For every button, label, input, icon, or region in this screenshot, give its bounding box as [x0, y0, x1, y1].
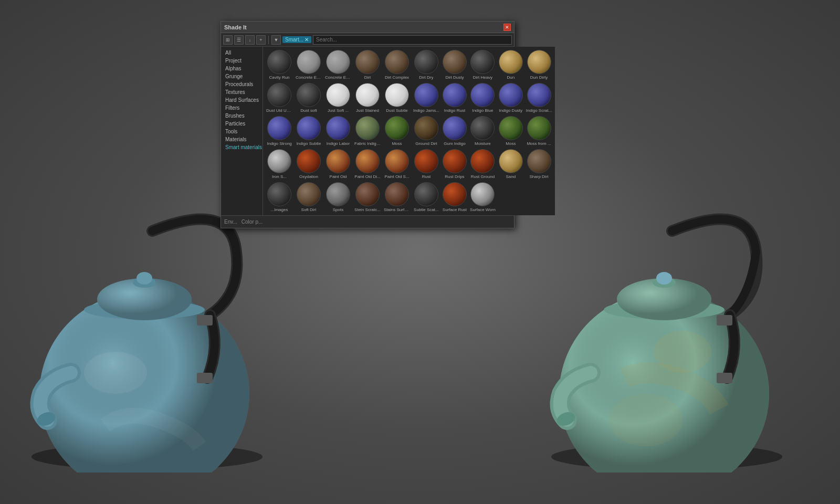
material-label: Dust Subtle: [386, 108, 407, 113]
material-item[interactable]: Concrete Ed...: [324, 49, 352, 81]
bottom-bar: Env... Color p...: [221, 215, 514, 228]
add-button[interactable]: +: [256, 35, 266, 45]
material-label: Dun Dirty: [530, 75, 548, 80]
material-item[interactable]: Soft Dirt: [295, 181, 323, 213]
material-item[interactable]: Dirt Heavy: [469, 49, 497, 81]
material-item[interactable]: Oxydation: [295, 148, 323, 180]
material-item[interactable]: Iron S...: [265, 148, 293, 180]
material-item[interactable]: Subtle Scat...: [412, 181, 440, 213]
material-item[interactable]: Just Stained: [353, 82, 382, 114]
material-label: Indigo Scrat...: [526, 108, 552, 113]
material-item[interactable]: Gum Indigo: [442, 115, 468, 147]
material-item[interactable]: Indigo Rust: [442, 82, 468, 114]
material-item[interactable]: Rust Drips: [442, 148, 468, 180]
material-label: Moss from ...: [527, 141, 551, 146]
filter-button[interactable]: ▼: [271, 35, 281, 45]
material-item[interactable]: Indigo Labor: [324, 115, 352, 147]
toolbar-separator: [268, 36, 269, 44]
teapot-right: [520, 168, 814, 472]
material-item[interactable]: Surface Rust: [442, 181, 468, 213]
material-label: Moss: [506, 141, 516, 146]
svg-rect-23: [717, 373, 732, 383]
material-item[interactable]: Fabric Indigo ...: [353, 115, 382, 147]
sidebar-item-procedurals[interactable]: Procedurals: [221, 80, 262, 88]
material-label: Dirt Dry: [419, 75, 433, 80]
material-item[interactable]: Dirt: [353, 49, 382, 81]
material-item[interactable]: Rust Ground: [469, 148, 497, 180]
filter-tag-close[interactable]: ✕: [304, 37, 309, 43]
material-label: Indigo Labor: [327, 141, 350, 146]
material-label: Fabric Indigo ...: [354, 141, 381, 146]
material-label: Rust: [422, 174, 430, 179]
sidebar-item-grunge[interactable]: Grunge: [221, 72, 262, 80]
material-label: Stein Scratc...: [354, 207, 381, 212]
material-label: Dust Uld Ust...: [266, 108, 292, 113]
material-item[interactable]: Ground Dirt: [412, 115, 440, 147]
material-item[interactable]: Indigo Blue: [469, 82, 497, 114]
material-item[interactable]: Rust: [412, 148, 440, 180]
material-item[interactable]: Indigo Dusty: [498, 82, 524, 114]
material-item[interactable]: Cavity Run: [265, 49, 293, 81]
material-label: Indigo Jams...: [413, 108, 439, 113]
close-button[interactable]: ✕: [503, 24, 511, 31]
sidebar-item-materials[interactable]: Materials: [221, 135, 262, 143]
material-item[interactable]: Sand: [498, 148, 524, 180]
material-item[interactable]: Indigo Strong: [265, 115, 293, 147]
material-item[interactable]: Dun: [498, 49, 524, 81]
material-label: Sharp Dirt: [530, 174, 549, 179]
material-label: Rust Ground: [471, 174, 495, 179]
material-label: Ground Dirt: [415, 141, 437, 146]
material-item[interactable]: Concrete Ed...: [295, 49, 323, 81]
material-item[interactable]: Indigo Scrat...: [525, 82, 553, 114]
material-label: Concrete Ed...: [325, 75, 351, 80]
material-item[interactable]: Dust Uld Ust...: [265, 82, 293, 114]
material-item[interactable]: Spots: [324, 181, 352, 213]
material-item[interactable]: Moss from ...: [525, 115, 553, 147]
panel-title: Shade It: [224, 24, 247, 30]
content-area: Cavity RunConcrete Ed...Concrete Ed...Di…: [263, 47, 555, 215]
material-item[interactable]: Stains Surface: [383, 181, 411, 213]
sidebar-item-brushes[interactable]: Brushes: [221, 112, 262, 120]
material-item[interactable]: Moisture: [469, 115, 497, 147]
material-label: Indigo Strong: [267, 141, 292, 146]
material-item[interactable]: Indigo Subtle: [295, 115, 323, 147]
material-item[interactable]: Dirt Dusty: [442, 49, 468, 81]
material-item[interactable]: Dust Subtle: [383, 82, 411, 114]
material-item[interactable]: Moss: [498, 115, 524, 147]
material-item[interactable]: Paint Old: [324, 148, 352, 180]
material-item[interactable]: Sharp Dirt: [525, 148, 553, 180]
sidebar-item-particles[interactable]: Particles: [221, 120, 262, 128]
smart-materials-panel: Shade It ✕ ⊞ ☰ ↓ + ▼ Smart... ✕ AllProje…: [220, 21, 514, 228]
material-label: Dirt Dusty: [445, 75, 464, 80]
material-item[interactable]: Moss: [383, 115, 411, 147]
sidebar-item-project[interactable]: Project: [221, 57, 262, 65]
material-item[interactable]: Surface Worn: [469, 181, 497, 213]
search-input[interactable]: [313, 35, 512, 45]
material-item[interactable]: Dirt Complex: [383, 49, 411, 81]
material-item[interactable]: Stein Scratc...: [353, 181, 382, 213]
sidebar-item-hard-surfaces[interactable]: Hard Surfaces: [221, 96, 262, 104]
material-item[interactable]: Dust soft: [295, 82, 323, 114]
sidebar-item-tools[interactable]: Tools: [221, 128, 262, 135]
material-label: Indigo Blue: [472, 108, 493, 113]
sidebar-item-textures[interactable]: Textures: [221, 88, 262, 96]
sidebar-item-filters[interactable]: Filters: [221, 104, 262, 112]
svg-point-22: [609, 394, 682, 446]
material-item[interactable]: Paint Old Di...: [353, 148, 382, 180]
material-item[interactable]: Just Soft ...: [324, 82, 352, 114]
svg-point-19: [656, 272, 672, 285]
material-item[interactable]: Dun Dirty: [525, 49, 553, 81]
filter-tag[interactable]: Smart... ✕: [282, 36, 311, 43]
svg-rect-11: [197, 315, 213, 326]
list-view-button[interactable]: ☰: [234, 35, 244, 45]
sidebar-item-alphas[interactable]: Alphas: [221, 65, 262, 72]
sidebar-item-smart-materials[interactable]: Smart materials: [221, 143, 262, 151]
grid-view-button[interactable]: ⊞: [223, 35, 233, 45]
sidebar-item-all[interactable]: All: [221, 49, 262, 57]
material-item[interactable]: Dirt Dry: [412, 49, 440, 81]
material-item[interactable]: ...Images: [265, 181, 293, 213]
material-label: Moisture: [475, 141, 491, 146]
material-item[interactable]: Indigo Jams...: [412, 82, 440, 114]
material-item[interactable]: Paint Old S...: [383, 148, 411, 180]
import-button[interactable]: ↓: [245, 35, 255, 45]
